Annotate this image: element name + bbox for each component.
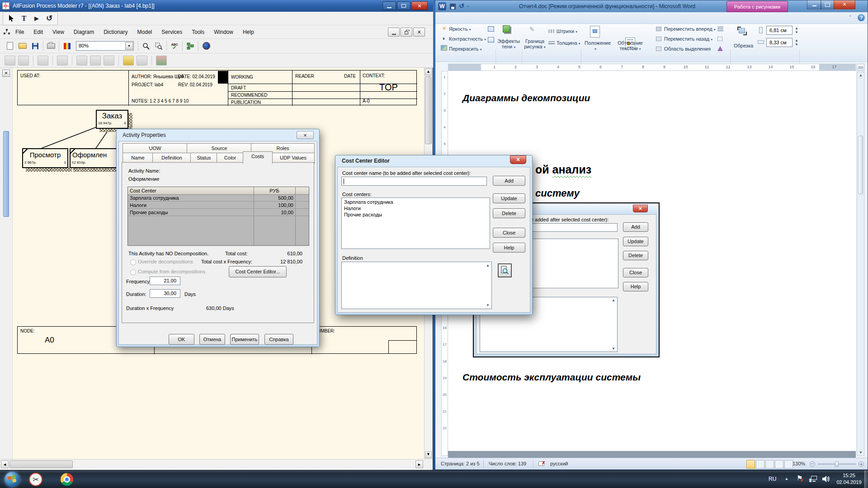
grid-icon[interactable] [104,56,114,66]
shadow-effects-button[interactable]: Эффектытени ▾ [497,38,520,49]
col-currency[interactable]: РУБ [254,188,295,193]
help-button[interactable]: Help [493,243,525,253]
activity-properties-dialog[interactable]: Activity Properties ✕ UOW Source Roles N… [116,129,320,347]
people-icon[interactable] [156,56,167,66]
rotate-icon[interactable] [717,46,723,51]
activity-box-oformlenie[interactable]: Оформлен 12 810р. [70,148,124,168]
pm-hscrollbar[interactable]: ◄ ► [0,459,424,469]
height-up-icon[interactable]: ▲ [793,26,800,30]
override-radio[interactable] [130,259,136,265]
lock-icon[interactable] [38,56,48,66]
menu-item[interactable]: Model [137,29,152,35]
duration-field[interactable]: 30,00 [150,289,180,298]
dashes-button[interactable]: Штрихи ▾ [557,28,577,34]
cancel-button[interactable]: Отмена [199,334,225,345]
text-wrap-button[interactable]: Обтеканиетекстом ▾ [614,40,646,51]
action-center-icon[interactable]: ⚑ ✗ [797,474,805,484]
toolbar-icon[interactable] [76,56,87,66]
brightness-button[interactable]: Яркость ▾ [449,26,471,32]
table-row[interactable]: Налоги 100,00 [128,202,309,209]
scroll-down-icon[interactable]: ▼ [425,451,432,458]
cost-center-name-input[interactable] [341,177,487,186]
width-field[interactable]: 8,33 см [766,38,793,47]
volume-icon[interactable] [822,475,831,483]
open-file-icon[interactable] [16,40,29,52]
definition-textarea[interactable]: ▲ ▼ [341,262,492,309]
selection-pane-button[interactable]: Область выделения [664,46,711,52]
view-fullscreen-icon[interactable] [756,460,764,469]
view-outline-icon[interactable] [775,460,783,469]
menu-item[interactable]: Tools [192,29,204,35]
horizontal-ruler[interactable]: 1234567891011121314151617 [448,64,856,71]
menu-item[interactable]: Dictionary [104,29,127,35]
spellcheck-icon[interactable]: ABC ✓ [168,40,181,52]
scroll-thumb[interactable] [858,136,863,194]
align-icon[interactable] [717,27,723,31]
view-web-icon[interactable] [765,460,774,469]
qat-save-icon[interactable] [450,4,456,9]
word-minimize-button[interactable] [807,0,821,9]
scroll-down-icon[interactable]: ▼ [858,450,864,455]
cost-center-table[interactable]: Cost Center РУБ Зарплата сотрудника 500,… [127,187,309,246]
menu-item[interactable]: View [52,29,64,35]
toolbar-icon[interactable] [90,56,101,66]
apply-button[interactable]: Применить [230,334,259,345]
close-button[interactable]: Close [493,228,525,238]
cost-center-editor-button[interactable]: Cost Center Editor... [229,266,287,277]
view-draft-icon[interactable] [784,460,793,469]
weight-button[interactable]: Толщина ▾ [557,40,580,46]
color-palette-icon[interactable] [61,40,73,52]
word-maximize-button[interactable] [821,0,835,9]
model-explorer-icon[interactable] [184,40,197,52]
tray-language[interactable]: RU [769,476,776,482]
cost-center-editor-dialog[interactable]: Cost Center Editor ✕ Cost center name (t… [335,155,533,315]
add-button[interactable]: Add [493,176,525,186]
list-item[interactable]: Прочие расходы [344,211,490,218]
table-row[interactable]: Зарплата сотрудника 500,00 [128,195,309,202]
scroll-left-icon[interactable]: ◄ [1,460,9,468]
status-words[interactable]: Число слов: 139 [489,461,526,466]
width-down-icon[interactable]: ▼ [793,42,800,47]
update-button[interactable]: Update [493,193,525,203]
menu-item[interactable]: Diagram [74,29,94,35]
menu-item[interactable]: File [15,29,24,35]
undo-icon[interactable]: ↺ [43,13,56,24]
globe-icon[interactable] [200,40,212,52]
picture-tools-group-header[interactable]: Работа с рисунками [726,1,788,12]
word-vscrollbar[interactable]: ▲ ▼ [857,72,864,456]
bring-forward-button[interactable]: Переместить вперед ▾ [664,26,716,32]
tray-clock[interactable]: 15:25 02.04.2019 [835,472,863,486]
qat-undo-icon[interactable]: ↺ [459,2,468,10]
toolbar-icon[interactable] [5,56,15,66]
scroll-down-icon[interactable]: ▼ [485,303,491,307]
preview-button[interactable] [498,263,512,277]
picture-border-button[interactable]: Границарисунка ▾ [523,38,547,49]
attach-icon[interactable] [57,56,68,66]
scroll-thumb[interactable] [425,76,432,144]
snipping-tool-icon[interactable]: ✂ [29,473,42,486]
pm-close-button[interactable]: ✕ [411,1,428,10]
scroll-up-icon[interactable]: ▲ [858,73,864,77]
status-zoom[interactable]: 130% [793,461,805,466]
width-up-icon[interactable]: ▲ [793,38,800,42]
status-page[interactable]: Страница: 2 из 5 [441,461,480,466]
spellcheck-status-icon[interactable]: ✗ [538,460,546,467]
zoom-in-icon[interactable] [140,40,152,52]
menu-item[interactable]: Help [243,29,254,35]
zoom-area-icon[interactable] [152,40,165,52]
list-item[interactable]: Зарплата сотрудника [344,199,490,205]
dialog-close-button[interactable]: ✕ [510,155,526,164]
dialog-close-button[interactable]: ✕ [297,131,314,139]
height-down-icon[interactable]: ▼ [793,30,800,34]
recolor-button[interactable]: Перекрасить ▾ [449,46,482,52]
activity-box-prosmotr[interactable]: Просмотр 2 667р. 1 [22,148,68,168]
scroll-thumb[interactable] [9,460,73,468]
tray-expand-icon[interactable]: ▲ [785,477,788,481]
zoom-slider[interactable] [818,464,856,465]
group-objects-icon[interactable] [717,37,722,41]
zoom-combobox[interactable]: 80% ▾ [76,41,134,51]
height-field[interactable]: 6,81 см [766,26,793,35]
network-icon[interactable] [809,476,818,483]
menu-item[interactable]: Edit [33,29,43,35]
scroll-up-icon[interactable]: ▲ [485,263,491,267]
